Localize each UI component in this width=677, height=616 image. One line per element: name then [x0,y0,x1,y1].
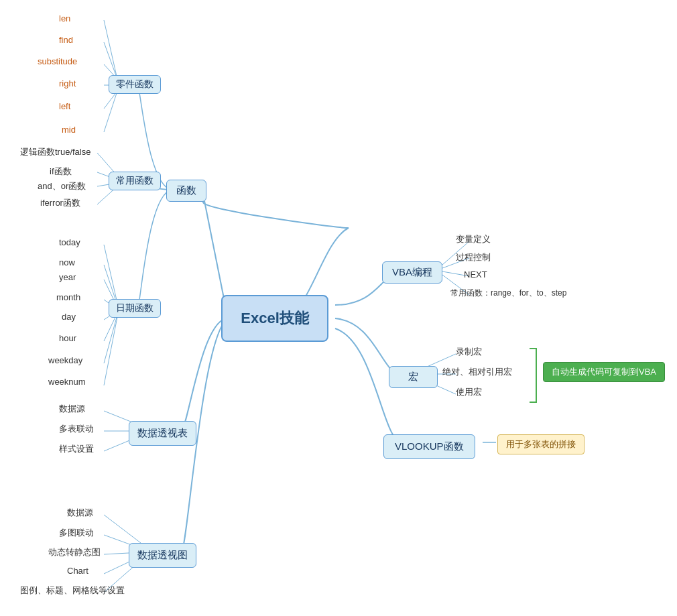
leaf-macro-use: 使用宏 [456,386,482,398]
leaf-substitude: substitude [38,56,77,66]
leaf-iferror: iferror函数 [40,197,80,209]
date-func-label: 日期函数 [116,302,153,314]
leaf-weekday: weekday [48,355,82,365]
svg-line-17 [104,315,117,363]
leaf-len: len [59,13,70,23]
svg-line-2 [104,42,117,79]
node-pivot-chart: 数据透视图 [129,543,196,568]
leaf-pt-style: 样式设置 [59,443,94,455]
leaf-hour: hour [59,333,76,343]
node-vba: VBA编程 [382,261,442,284]
pivot-chart-label: 数据透视图 [137,549,188,562]
svg-line-1 [104,20,117,79]
node-common-func: 常用函数 [109,172,161,190]
leaf-pc-datasource: 数据源 [67,507,93,519]
leaf-macro-record: 录制宏 [456,346,482,358]
vlookup-annotation-label: 用于多张表的拼接 [506,438,576,450]
leaf-find: find [59,35,73,45]
leaf-macro-abs: 绝对、相对引用宏 [442,366,512,378]
node-zero-func: 零件函数 [109,75,161,94]
leaf-andor: and、or函数 [38,180,86,192]
macro-label: 宏 [408,371,418,383]
leaf-pc-multiimage: 多图联动 [59,527,94,539]
leaf-logic: 逻辑函数true/false [20,146,90,158]
zero-func-label: 零件函数 [116,78,153,90]
leaf-day: day [62,312,76,322]
leaf-pt-multilink: 多表联动 [59,423,94,435]
center-label: Excel技能 [241,308,309,328]
svg-line-11 [104,245,117,303]
leaf-pc-chart: Chart [67,566,88,576]
leaf-today: today [59,237,80,247]
pivot-table-label: 数据透视表 [137,427,188,440]
leaf-pc-dynamic: 动态转静态图 [48,546,101,558]
node-date-func: 日期函数 [109,299,161,318]
leaf-pc-settings: 图例、标题、网格线等设置 [20,584,125,597]
common-func-label: 常用函数 [116,175,153,187]
leaf-month: month [56,292,80,302]
svg-line-6 [104,91,117,132]
leaf-vba-next: NEXT [464,269,487,280]
leaf-vba-funcs: 常用函数：range、for、to、step [450,288,566,299]
vba-label: VBA编程 [392,266,432,279]
leaf-mid: mid [62,125,76,135]
leaf-vba-var: 变量定义 [456,233,491,245]
node-functions: 函数 [166,180,206,202]
leaf-left: left [59,101,70,111]
macro-annotation: 自动生成代码可复制到VBA [543,362,665,382]
vlookup-annotation: 用于多张表的拼接 [497,434,584,454]
leaf-pt-datasource: 数据源 [59,403,85,415]
leaf-now: now [59,257,75,267]
leaf-if: if函数 [50,166,72,178]
vlookup-label: VLOOKUP函数 [395,440,464,453]
node-macro: 宏 [389,366,438,388]
macro-annotation-label: 自动生成代码可复制到VBA [552,366,656,378]
functions-label: 函数 [176,184,196,197]
center-node: Excel技能 [221,295,328,342]
svg-line-31 [426,354,456,367]
leaf-weeknum: weeknum [48,377,86,387]
leaf-vba-process: 过程控制 [456,251,491,263]
node-pivot-table: 数据透视表 [129,421,196,446]
leaf-year: year [59,272,76,282]
leaf-right: right [59,78,76,88]
node-vlookup: VLOOKUP函数 [383,434,475,459]
svg-line-22 [104,515,141,543]
